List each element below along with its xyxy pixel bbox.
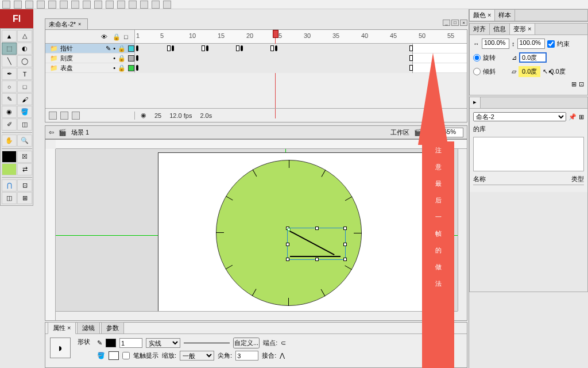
tab-transform[interactable]: 变形 ×	[510, 24, 535, 34]
constrain-check[interactable]	[547, 40, 555, 48]
col-name[interactable]: 名称	[473, 175, 569, 183]
opt-tool[interactable]: ⊡	[17, 179, 32, 191]
none-swatch[interactable]: ☒	[17, 151, 32, 163]
edit-scene-icon[interactable]: 🎬	[414, 129, 422, 136]
zoom-tool[interactable]: 🔍	[17, 135, 32, 147]
lock-icon[interactable]: 🔒	[113, 33, 119, 40]
menu-icon[interactable]	[140, 1, 148, 9]
rotate-radio[interactable]	[473, 54, 481, 62]
library-doc-select[interactable]: 命名-2	[473, 112, 566, 121]
layer-row-dial[interactable]: 📁表盘•🔒	[45, 63, 467, 73]
opt-tool2[interactable]: ◫	[2, 192, 17, 204]
tab-library[interactable]: ▸	[470, 97, 481, 108]
fill-color[interactable]	[109, 351, 119, 360]
new-folder-icon[interactable]	[60, 112, 68, 120]
ink-tool[interactable]: ◉	[2, 106, 17, 118]
pencil-tool[interactable]: ✎	[2, 93, 17, 105]
stroke-width[interactable]	[119, 338, 142, 348]
back-icon[interactable]: ⇦	[49, 129, 54, 136]
brush-tool[interactable]: 🖌	[17, 93, 32, 105]
frame-ruler[interactable]: 1510152025303540455055	[135, 30, 467, 43]
edit-symbol-icon[interactable]: ◈	[427, 129, 431, 136]
text-tool[interactable]: T	[17, 68, 32, 80]
pin-icon[interactable]: 📌	[568, 113, 577, 121]
outline-icon[interactable]: □	[124, 33, 131, 40]
menu-icon[interactable]	[60, 1, 68, 9]
layer-row-pointer[interactable]: 📁指针✎•🔒	[45, 44, 467, 53]
delete-layer-icon[interactable]	[72, 112, 80, 120]
menu-icon[interactable]	[48, 1, 56, 9]
miter-input[interactable]	[235, 351, 258, 361]
snap-tool[interactable]: ⋂	[2, 179, 17, 191]
tab-info[interactable]: 信息	[490, 24, 510, 34]
onion-icon[interactable]: ◉	[141, 112, 146, 119]
selection-bbox[interactable]	[287, 228, 346, 260]
ruler-vertical[interactable]	[45, 149, 56, 320]
eraser-tool[interactable]: ◫	[17, 118, 32, 131]
close-icon[interactable]: ×	[78, 21, 84, 27]
menu-icon[interactable]	[129, 1, 137, 9]
tab-properties[interactable]: 属性 ×	[48, 322, 76, 334]
scrollbar-horizontal[interactable]	[56, 311, 458, 320]
stroke-style[interactable]: 实线	[146, 338, 180, 348]
custom-button[interactable]: 自定义...	[233, 338, 260, 348]
line-tool[interactable]: ╲	[2, 55, 17, 67]
menu-icon[interactable]	[37, 1, 45, 9]
stroke-color[interactable]	[106, 339, 116, 347]
workspace-label[interactable]: 工作区	[390, 128, 409, 137]
minimize-icon[interactable]: _	[443, 20, 450, 26]
stage[interactable]	[158, 152, 428, 311]
close-doc-icon[interactable]: ×	[460, 20, 467, 26]
subselect-tool[interactable]: △	[17, 30, 32, 42]
restore-icon[interactable]: □	[451, 20, 459, 26]
tab-params[interactable]: 参数	[101, 322, 124, 334]
col-type[interactable]: 类型	[571, 175, 584, 183]
tab-filters[interactable]: 滤镜	[77, 322, 100, 334]
fill-swatch[interactable]	[2, 163, 17, 175]
zoom-input[interactable]: 65%	[436, 128, 463, 137]
document-tab[interactable]: 未命名-2* ×	[45, 18, 88, 29]
menu-icon[interactable]	[94, 1, 102, 9]
scale-w-input[interactable]: 100.0%	[482, 39, 509, 49]
menu-icon[interactable]	[152, 1, 160, 9]
menu-icon[interactable]	[71, 1, 79, 9]
scene-label[interactable]: 场景 1	[71, 128, 89, 137]
oval-tool[interactable]: ○	[2, 80, 17, 93]
ruler-horizontal[interactable]	[56, 140, 467, 149]
stroke-swatch[interactable]	[2, 151, 17, 163]
skew-radio[interactable]	[473, 68, 481, 75]
hand-tool[interactable]: ✋	[2, 135, 17, 147]
menu-icon[interactable]	[25, 1, 33, 9]
new-lib-icon[interactable]: ⊞	[579, 113, 584, 121]
copy-transform-icon[interactable]: ⊞	[571, 80, 577, 88]
canvas[interactable]	[56, 149, 458, 311]
scale-h-input[interactable]: 100.0%	[517, 39, 545, 49]
transform-origin[interactable]	[287, 228, 291, 231]
bucket-tool[interactable]: 🪣	[17, 106, 32, 118]
menu-icon[interactable]	[2, 1, 10, 9]
lasso-tool[interactable]: ◯	[17, 55, 32, 67]
dropper-tool[interactable]: ✐	[2, 118, 17, 131]
rotate-input[interactable]: 0.0度	[519, 52, 547, 63]
free-transform-tool[interactable]: ⬚	[2, 43, 17, 55]
swap-swatch[interactable]: ⇄	[17, 163, 32, 175]
tab-swatches[interactable]: 样本	[495, 10, 515, 21]
menu-icon[interactable]	[14, 1, 22, 9]
layer-row-ticks[interactable]: 📁刻度•🔒	[45, 53, 467, 63]
stroke-hint-check[interactable]	[122, 352, 130, 359]
scrollbar-vertical[interactable]	[458, 149, 467, 311]
opt-tool3[interactable]: ⊞	[17, 192, 32, 204]
menu-icon[interactable]	[83, 1, 91, 9]
eye-icon[interactable]: 👁	[101, 33, 108, 40]
gradient-tool[interactable]: ◐	[17, 43, 32, 55]
pen-tool[interactable]: ✒	[2, 68, 17, 80]
menu-icon[interactable]	[117, 1, 125, 9]
tab-color[interactable]: 颜色 ×	[470, 10, 495, 21]
reset-transform-icon[interactable]: ⊡	[579, 80, 584, 88]
new-layer-icon[interactable]	[49, 112, 57, 120]
menu-icon[interactable]	[163, 1, 171, 9]
selection-tool[interactable]: ▲	[2, 30, 17, 42]
menu-icon[interactable]	[106, 1, 114, 9]
tab-align[interactable]: 对齐	[470, 24, 490, 34]
rect-tool[interactable]: □	[17, 80, 32, 93]
